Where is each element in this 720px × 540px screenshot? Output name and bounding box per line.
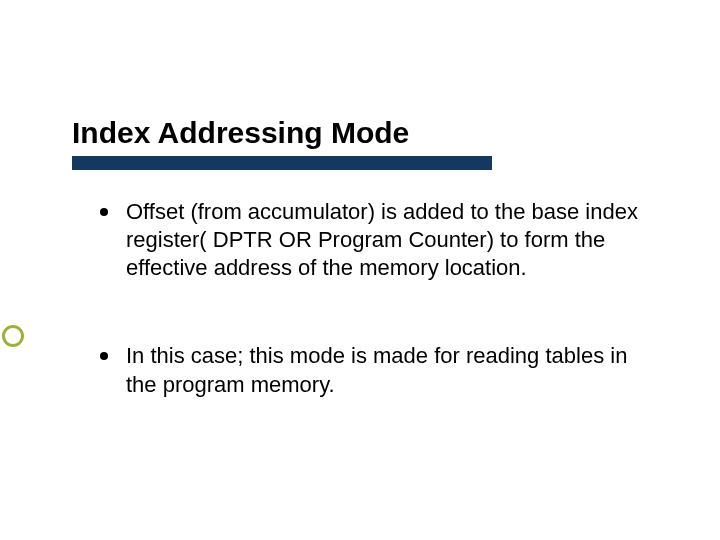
slide: Index Addressing Mode Offset (from accum… (0, 0, 720, 540)
content-area: Offset (from accumulator) is added to th… (100, 198, 660, 459)
list-item: Offset (from accumulator) is added to th… (100, 198, 660, 282)
bullet-text: In this case; this mode is made for read… (126, 342, 660, 398)
bullet-icon (100, 352, 108, 360)
bullet-icon (100, 208, 108, 216)
title-underline-bar (72, 156, 492, 170)
list-item: In this case; this mode is made for read… (100, 342, 660, 398)
bullet-text: Offset (from accumulator) is added to th… (126, 198, 660, 282)
title-area: Index Addressing Mode (72, 115, 680, 151)
accent-circle-icon (2, 325, 24, 347)
slide-title: Index Addressing Mode (72, 115, 680, 151)
